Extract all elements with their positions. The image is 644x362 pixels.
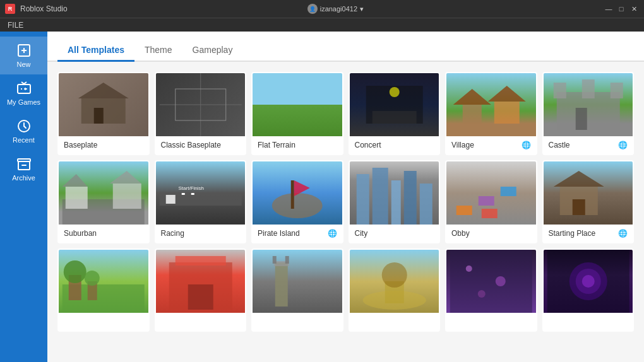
template-thumb-obby xyxy=(446,161,536,225)
menu-bar: FILE xyxy=(0,18,644,32)
template-card-obby[interactable]: Obby xyxy=(445,160,537,243)
template-footer-racing: Racing xyxy=(156,225,246,242)
template-name-concert: Concert xyxy=(355,141,381,149)
close-button[interactable]: ✕ xyxy=(629,4,639,14)
svg-rect-24 xyxy=(463,105,482,124)
template-card-starting-place[interactable]: Starting Place🌐 xyxy=(542,160,635,243)
new-icon xyxy=(16,43,32,58)
template-card-racing[interactable]: Start/FinishRacing xyxy=(155,160,247,243)
svg-rect-50 xyxy=(419,184,432,225)
template-footer-suburban: Suburban xyxy=(59,225,148,242)
template-name-baseplate: Baseplate xyxy=(64,141,97,149)
svg-point-72 xyxy=(381,262,407,288)
svg-rect-51 xyxy=(456,206,472,215)
svg-rect-46 xyxy=(356,174,369,225)
svg-point-43 xyxy=(272,193,323,218)
template-thumb-racing: Start/Finish xyxy=(156,161,246,225)
svg-rect-64 xyxy=(175,256,225,266)
template-name-obby: Obby xyxy=(451,229,470,238)
svg-rect-36 xyxy=(113,184,141,209)
template-thumb-row3-6 xyxy=(544,250,633,313)
svg-rect-48 xyxy=(391,180,400,225)
username: izanagi0412 xyxy=(320,5,357,13)
svg-rect-29 xyxy=(553,83,566,98)
user-area[interactable]: 👤 izanagi0412 ▾ xyxy=(307,4,364,14)
svg-point-5 xyxy=(21,88,22,90)
template-card-pirate-island[interactable]: Pirate Island🌐 xyxy=(251,160,343,243)
template-card-row3-5[interactable] xyxy=(445,248,537,332)
template-name-flat-terrain: Flat Terrain xyxy=(258,141,295,149)
template-card-suburban[interactable]: Suburban xyxy=(57,160,150,243)
template-footer-obby: Obby xyxy=(446,225,536,242)
window-controls: — □ ✕ xyxy=(604,4,639,14)
svg-point-75 xyxy=(496,276,506,286)
sidebar-item-my-games[interactable]: My Games xyxy=(0,74,47,112)
app-logo: R xyxy=(5,4,15,14)
template-card-row3-1[interactable] xyxy=(57,248,150,332)
templates-grid: BaseplateClassic BaseplateFlat TerrainCo… xyxy=(57,72,634,332)
archive-icon xyxy=(16,156,32,172)
sidebar-recent-label: Recent xyxy=(13,136,35,144)
template-card-classic-baseplate[interactable]: Classic Baseplate xyxy=(155,72,247,155)
svg-rect-31 xyxy=(610,83,623,98)
sidebar-item-new[interactable]: New xyxy=(0,37,47,74)
globe-icon-castle: 🌐 xyxy=(618,141,628,149)
template-name-village: Village xyxy=(451,141,474,149)
svg-rect-49 xyxy=(403,171,416,225)
sidebar: New My Games xyxy=(0,32,47,362)
template-card-flat-terrain[interactable]: Flat Terrain xyxy=(251,72,343,155)
template-card-concert[interactable]: Concert xyxy=(349,72,441,155)
app-title: Roblox Studio xyxy=(20,4,68,13)
svg-marker-16 xyxy=(78,83,129,98)
svg-marker-25 xyxy=(453,89,491,105)
template-card-row3-2[interactable] xyxy=(155,248,247,332)
template-card-row3-3[interactable] xyxy=(251,248,343,332)
svg-line-11 xyxy=(24,126,26,128)
svg-rect-68 xyxy=(273,256,277,264)
sidebar-item-archive[interactable]: Archive xyxy=(0,150,47,188)
tab-theme[interactable]: Theme xyxy=(134,40,182,62)
template-thumb-baseplate xyxy=(59,73,148,136)
template-footer-row3-4 xyxy=(350,313,439,330)
template-thumb-suburban xyxy=(59,161,148,225)
template-name-city: City xyxy=(355,229,368,238)
template-thumb-flat-terrain xyxy=(253,73,342,136)
template-card-row3-4[interactable] xyxy=(349,248,441,332)
minimize-button[interactable]: — xyxy=(604,4,614,14)
svg-rect-65 xyxy=(188,284,213,310)
tab-gameplay[interactable]: Gameplay xyxy=(182,40,243,62)
svg-point-62 xyxy=(85,271,100,286)
template-thumb-row3-5 xyxy=(446,250,536,313)
template-footer-city: City xyxy=(350,225,439,242)
template-footer-row3-2 xyxy=(156,313,246,330)
svg-rect-66 xyxy=(275,262,288,307)
title-bar: R Roblox Studio 👤 izanagi0412 ▾ — □ ✕ xyxy=(0,0,644,18)
template-name-starting-place: Starting Place xyxy=(549,229,596,238)
tab-all-templates[interactable]: All Templates xyxy=(57,40,134,62)
template-name-classic-baseplate: Classic Baseplate xyxy=(161,141,221,149)
template-thumb-row3-4 xyxy=(350,250,439,313)
tabs-bar: All Templates Theme Gameplay xyxy=(47,32,644,62)
template-card-baseplate[interactable]: Baseplate xyxy=(57,72,150,155)
svg-rect-73 xyxy=(450,250,532,313)
maximize-button[interactable]: □ xyxy=(616,4,626,14)
recent-icon xyxy=(16,119,32,134)
svg-rect-30 xyxy=(581,79,594,98)
template-card-village[interactable]: Village🌐 xyxy=(445,72,537,155)
svg-rect-54 xyxy=(482,209,498,218)
svg-rect-47 xyxy=(372,168,388,225)
template-thumb-castle xyxy=(544,73,633,136)
file-menu[interactable]: FILE xyxy=(5,20,26,31)
template-footer-starting-place: Starting Place🌐 xyxy=(544,225,633,242)
template-footer-classic-baseplate: Classic Baseplate xyxy=(156,136,246,154)
template-name-racing: Racing xyxy=(161,229,184,238)
template-card-city[interactable]: City xyxy=(349,160,441,243)
template-thumb-village xyxy=(446,73,536,136)
svg-rect-17 xyxy=(94,108,104,124)
globe-icon-starting-place: 🌐 xyxy=(618,229,628,238)
sidebar-item-recent[interactable]: Recent xyxy=(0,112,47,150)
template-card-castle[interactable]: Castle🌐 xyxy=(542,72,635,155)
template-name-pirate-island: Pirate Island xyxy=(258,229,300,238)
template-thumb-pirate-island xyxy=(253,161,342,225)
template-card-row3-6[interactable] xyxy=(542,248,635,332)
